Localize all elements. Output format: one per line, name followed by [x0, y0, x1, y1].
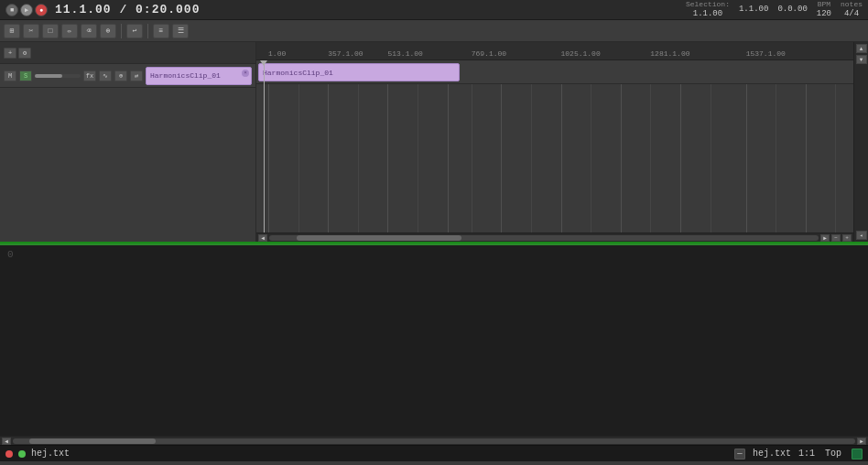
lower-scroll-right-btn[interactable]: ▶: [857, 438, 866, 445]
notes-group: notes 4/4: [841, 0, 863, 18]
track-fx-btn[interactable]: fx: [83, 70, 96, 81]
track-list: + ⚙ M S fx ∿ ⊕ ⇄ HarmonicsClip_01 ×: [0, 42, 256, 242]
lower-scroll-left-btn[interactable]: ◀: [2, 438, 11, 445]
toolbar-separator-2: [147, 24, 148, 38]
status-right-filename: hej.txt: [753, 449, 791, 459]
grid-line-7: [711, 60, 711, 232]
toolbar-menu-btn[interactable]: ≡: [153, 24, 169, 38]
lower-scroll-bar: ◀ ▶: [0, 436, 868, 445]
bpm-label: BPM: [818, 0, 830, 9]
ruler-mark-1: 357.1.00: [328, 49, 363, 58]
grid-line-2: [418, 60, 418, 232]
track-header: + ⚙: [0, 42, 255, 64]
status-dot-red: [5, 450, 13, 458]
timeline-clip-label: HarmonicsClip_01: [263, 69, 333, 77]
grid-line-major-0: [268, 60, 269, 232]
playhead[interactable]: [264, 60, 265, 232]
grid-line-3: [472, 60, 472, 232]
grid-line-6: [650, 60, 651, 232]
ruler-mark-3: 769.1.00: [472, 49, 506, 58]
track-io-btn[interactable]: ⇄: [130, 70, 143, 81]
grid-line-major-6: [621, 60, 622, 232]
transport-controls: ■ ▶ ●: [5, 4, 48, 16]
time-display: 11.1.00 / 0:20.000: [55, 3, 200, 16]
scroll-zoom-out-btn[interactable]: −: [831, 234, 841, 242]
selection-end-group: 1.1.00: [739, 5, 768, 15]
track-volume-fill: [35, 74, 62, 78]
time-separator: /: [119, 3, 136, 16]
grid-line-4: [531, 60, 532, 232]
bpm-group: BPM 120: [817, 0, 831, 18]
scroll-track[interactable]: [269, 235, 819, 241]
selection-length-group: 0.0.00: [777, 5, 807, 15]
grid-line-major-5: [561, 60, 562, 232]
ruler-mark-6: 1537.1.00: [746, 49, 786, 58]
track-settings-btn[interactable]: ⚙: [18, 48, 31, 59]
track-add-btn[interactable]: +: [4, 48, 16, 59]
playhead-arrow: [260, 60, 267, 66]
notes-label: notes: [841, 0, 863, 9]
grid-line-9: [835, 60, 836, 232]
ruler-mark-5: 1281.1.00: [650, 49, 689, 58]
status-top-btn[interactable]: Top: [822, 448, 844, 460]
top-right: Selection: 1.1.00 1.1.00 0.0.00 BPM 120 …: [686, 0, 863, 18]
scroll-thumb: [297, 235, 461, 241]
transport-stop-btn[interactable]: ■: [5, 4, 18, 16]
status-position: 1:1: [798, 449, 815, 459]
grid-line-major-3: [448, 60, 449, 232]
toolbar-undo-btn[interactable]: ↩: [126, 24, 143, 38]
status-dot-green: [18, 450, 26, 458]
status-dash-btn[interactable]: —: [734, 449, 745, 460]
timeline-grid: HarmonicsClip_01: [256, 60, 853, 232]
timeline-track-row: HarmonicsClip_01: [256, 60, 853, 84]
scroll-zoom-in-btn[interactable]: +: [842, 234, 852, 242]
status-filename: hej.txt: [31, 449, 70, 459]
timeline-clip-block[interactable]: HarmonicsClip_01: [258, 63, 460, 81]
grid-line-major-9: [806, 60, 807, 232]
grid-line-major-1: [328, 60, 329, 232]
notes-value: 4/4: [844, 9, 859, 19]
grid-line-1: [358, 60, 359, 232]
track-pan-btn[interactable]: ⊕: [114, 70, 127, 81]
track-solo-btn[interactable]: S: [19, 70, 32, 81]
scroll-right-btn[interactable]: ▶: [820, 234, 830, 242]
grid-line-8: [776, 60, 776, 232]
toolbar-grid-btn[interactable]: ⊞: [4, 24, 20, 38]
toolbar-zoom-btn[interactable]: ⊕: [100, 24, 116, 38]
grid-line-major-4: [501, 60, 502, 232]
status-square-btn[interactable]: [852, 449, 863, 460]
track-clip-close-btn[interactable]: ×: [242, 70, 249, 77]
toolbar-draw-btn[interactable]: ✏: [61, 24, 78, 38]
timeline-right-up-btn[interactable]: ▲: [856, 44, 867, 53]
toolbar-list-btn[interactable]: ☰: [172, 24, 189, 38]
timeline-right-collapse-btn[interactable]: ◂: [856, 231, 867, 240]
track-env-btn[interactable]: ∿: [99, 70, 112, 81]
toolbar-select-btn[interactable]: □: [42, 24, 59, 38]
status-bar: hej.txt — hej.txt 1:1 Top: [0, 445, 868, 461]
status-right: — hej.txt 1:1 Top: [734, 448, 863, 460]
timeline-scroll-bar: ◀ ▶ − +: [256, 232, 853, 242]
lower-scroll-thumb: [29, 438, 156, 444]
timeline-right-down-btn[interactable]: ▼: [856, 55, 867, 64]
toolbar-cut-btn[interactable]: ✂: [23, 24, 39, 38]
lower-scroll-track[interactable]: [13, 438, 855, 444]
transport-record-btn[interactable]: ●: [35, 4, 48, 16]
track-clip[interactable]: HarmonicsClip_01 ×: [146, 67, 252, 85]
toolbar-eraser-btn[interactable]: ⌫: [81, 24, 97, 38]
track-volume-slider[interactable]: [35, 74, 81, 78]
grid-line-major-7: [680, 60, 681, 232]
transport-play-btn[interactable]: ▶: [20, 4, 33, 16]
lower-panel-line-number: 0: [7, 249, 14, 260]
track-area: + ⚙ M S fx ∿ ⊕ ⇄ HarmonicsClip_01 ×: [0, 42, 868, 243]
grid-line-0: [298, 60, 299, 232]
top-bar: ■ ▶ ● 11.1.00 / 0:20.000 Selection: 1.1.…: [0, 0, 868, 20]
toolbar: ⊞ ✂ □ ✏ ⌫ ⊕ ↩ ≡ ☰: [0, 20, 868, 42]
scroll-left-btn[interactable]: ◀: [258, 234, 267, 242]
ruler-mark-2: 513.1.00: [387, 49, 422, 58]
track-mute-btn[interactable]: M: [4, 70, 16, 81]
selection-label: Selection:: [686, 0, 730, 9]
bpm-value: 120: [817, 9, 831, 19]
time-total: 0:20.000: [136, 3, 200, 16]
track-clip-name: HarmonicsClip_01: [150, 71, 221, 80]
grid-line-5: [591, 60, 591, 232]
